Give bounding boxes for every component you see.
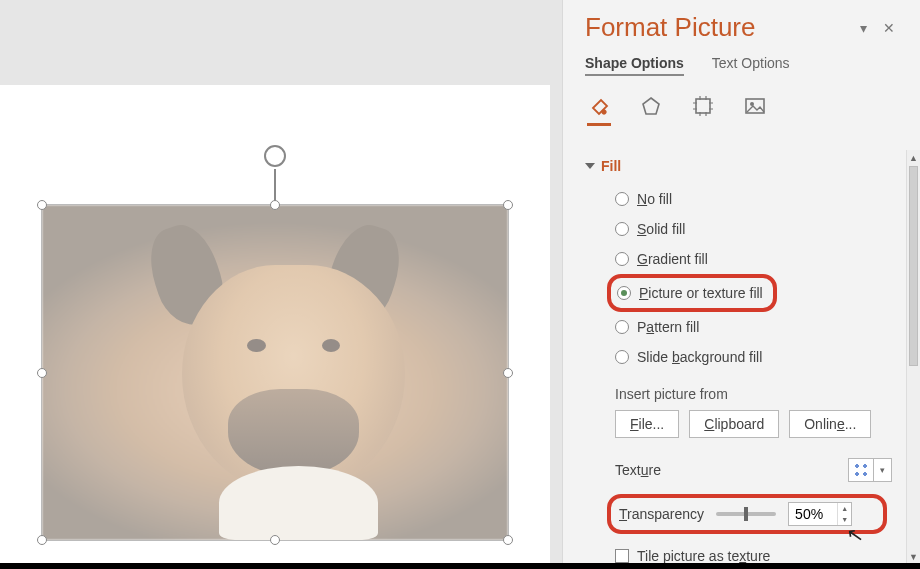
slider-knob[interactable] xyxy=(744,507,748,521)
radio-label: Pattern fill xyxy=(637,319,699,335)
tab-text-options[interactable]: Text Options xyxy=(712,55,790,76)
radio-icon xyxy=(615,192,629,206)
resize-handle-n[interactable] xyxy=(270,200,280,210)
close-icon[interactable]: ✕ xyxy=(876,15,902,41)
radio-label: Solid fill xyxy=(637,221,685,237)
rotation-handle[interactable] xyxy=(264,145,286,167)
panel-tabs: Shape Options Text Options xyxy=(563,49,920,86)
resize-handle-e[interactable] xyxy=(503,368,513,378)
svg-point-0 xyxy=(602,110,606,114)
radio-label: Slide background fill xyxy=(637,349,762,365)
tab-shape-options[interactable]: Shape Options xyxy=(585,55,684,76)
svg-rect-2 xyxy=(696,99,710,113)
radio-label: Gradient fill xyxy=(637,251,708,267)
spin-down-icon[interactable]: ▼ xyxy=(838,514,851,525)
online-button[interactable]: Online... xyxy=(789,410,871,438)
spin-up-icon[interactable]: ▲ xyxy=(838,503,851,514)
transparency-label: Transparency xyxy=(619,506,704,522)
resize-handle-se[interactable] xyxy=(503,535,513,545)
resize-handle-sw[interactable] xyxy=(37,535,47,545)
radio-pattern-fill[interactable]: Pattern fill xyxy=(615,312,906,342)
svg-point-4 xyxy=(750,102,754,106)
radio-icon xyxy=(615,252,629,266)
radio-label: No fill xyxy=(637,191,672,207)
radio-no-fill[interactable]: No fill xyxy=(615,184,906,214)
radio-slide-background-fill[interactable]: Slide background fill xyxy=(615,342,906,372)
picture-content xyxy=(42,205,508,540)
picture-icon[interactable] xyxy=(741,92,769,120)
resize-handle-w[interactable] xyxy=(37,368,47,378)
radio-icon xyxy=(615,350,629,364)
resize-handle-s[interactable] xyxy=(270,535,280,545)
slide-canvas xyxy=(0,0,562,569)
resize-handle-ne[interactable] xyxy=(503,200,513,210)
selected-picture[interactable] xyxy=(42,205,508,540)
scroll-thumb[interactable] xyxy=(909,166,918,366)
tile-checkbox-row[interactable]: Tile picture as texture xyxy=(585,534,906,564)
category-icons xyxy=(563,86,920,134)
panel-title: Format Picture xyxy=(585,12,850,43)
panel-scrollbar[interactable]: ▲ ▼ xyxy=(906,150,920,565)
panel-options-icon[interactable]: ▾ xyxy=(850,15,876,41)
checkbox-icon[interactable] xyxy=(615,549,629,563)
clipboard-button[interactable]: Clipboard xyxy=(689,410,779,438)
texture-swatch[interactable] xyxy=(848,458,874,482)
insert-picture-header: Insert picture from xyxy=(585,372,906,410)
bottom-border xyxy=(0,563,920,569)
format-picture-panel: Format Picture ▾ ✕ Shape Options Text Op… xyxy=(562,0,920,569)
texture-label: Texture xyxy=(615,462,848,478)
svg-marker-1 xyxy=(643,98,659,114)
tile-label: Tile picture as texture xyxy=(637,548,770,564)
fill-section-header[interactable]: Fill xyxy=(585,150,906,184)
fill-line-icon[interactable] xyxy=(585,92,613,120)
transparency-slider[interactable] xyxy=(716,512,776,516)
transparency-input[interactable] xyxy=(789,503,837,525)
radio-label: Picture or texture fill xyxy=(639,285,763,301)
radio-solid-fill[interactable]: Solid fill xyxy=(615,214,906,244)
radio-icon xyxy=(615,222,629,236)
transparency-row: Transparency ▲ ▼ xyxy=(607,494,887,534)
size-properties-icon[interactable] xyxy=(689,92,717,120)
radio-picture-texture-fill[interactable]: Picture or texture fill xyxy=(617,278,763,308)
radio-icon xyxy=(617,286,631,300)
collapse-icon xyxy=(585,163,595,169)
radio-icon xyxy=(615,320,629,334)
fill-section-label: Fill xyxy=(601,158,621,174)
effects-icon[interactable] xyxy=(637,92,665,120)
transparency-spinner[interactable]: ▲ ▼ xyxy=(788,502,852,526)
scroll-up-icon[interactable]: ▲ xyxy=(907,150,920,166)
resize-handle-nw[interactable] xyxy=(37,200,47,210)
texture-dropdown-icon[interactable]: ▾ xyxy=(874,458,892,482)
file-button[interactable]: File... xyxy=(615,410,679,438)
slide[interactable] xyxy=(0,85,550,565)
radio-gradient-fill[interactable]: Gradient fill xyxy=(615,244,906,274)
